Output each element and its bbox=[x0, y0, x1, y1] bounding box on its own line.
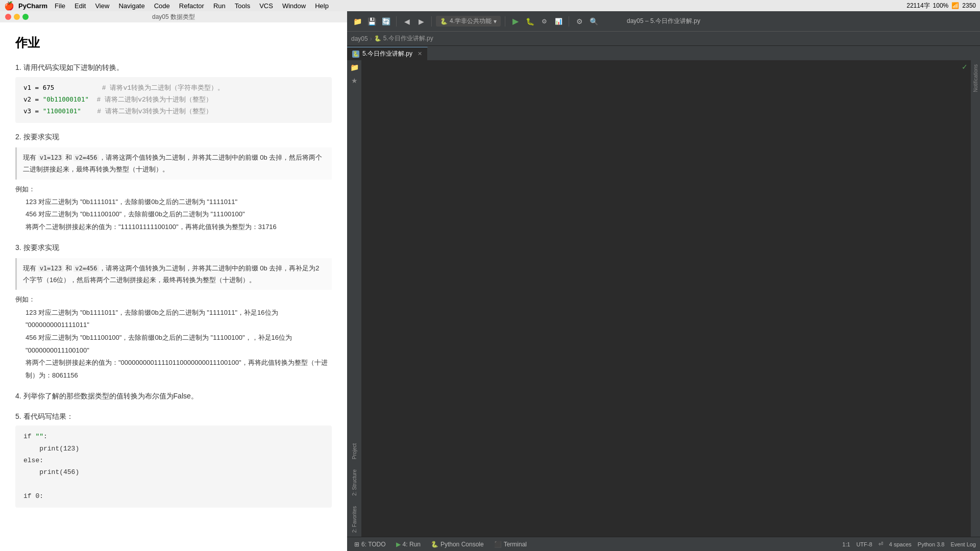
left-panel: day05 数据类型 作业 1. 请用代码实现如下进制的转换。 v1 = 675… bbox=[0, 11, 347, 551]
todo-icon: ⊞ bbox=[354, 541, 359, 548]
coverage-button[interactable]: ⚙ bbox=[538, 15, 550, 28]
green-checkmark: ✓ bbox=[962, 62, 968, 71]
menu-code[interactable]: Code bbox=[150, 2, 174, 10]
section-3-quote: 现有 v1=123 和 v2=456，请将这两个值转换为二进制，并将其二进制中的… bbox=[15, 258, 332, 290]
todo-tab[interactable]: ⊞ 6: TODO bbox=[351, 537, 389, 551]
config-chevron-icon: ▾ bbox=[494, 18, 497, 25]
doc-content[interactable]: 作业 1. 请用代码实现如下进制的转换。 v1 = 675 # 请将v1转换为二… bbox=[0, 22, 347, 551]
status-bar-right: 1:1 UTF-8 ⏎ 4 spaces Python 3.8 Event Lo… bbox=[842, 541, 976, 547]
section-2-example-1: 123 对应二进制为 "0b1111011"，去除前缀0b之后的二进制为 "11… bbox=[26, 196, 332, 209]
toolbar-sep-3 bbox=[505, 16, 505, 27]
python-version: Python 3.8 bbox=[918, 541, 945, 547]
breadcrumb-root[interactable]: day05 bbox=[351, 35, 368, 42]
apple-menu[interactable]: 🍎 bbox=[4, 1, 14, 11]
toolbar-sep-2 bbox=[431, 16, 432, 27]
python-console-icon: 🐍 bbox=[431, 541, 438, 548]
section-1: 1. 请用代码实现如下进制的转换。 v1 = 675 # 请将v1转换为二进制（… bbox=[15, 62, 332, 123]
run-tab[interactable]: ▶ 4: Run bbox=[393, 537, 424, 551]
menu-edit[interactable]: Edit bbox=[70, 2, 90, 10]
run-config[interactable]: 🐍 4.学非公共功能 ▾ bbox=[436, 16, 501, 27]
profile-button[interactable]: 📊 bbox=[552, 15, 565, 28]
menu-vcs[interactable]: VCS bbox=[255, 2, 277, 10]
breadcrumb-file[interactable]: 5.今日作业讲解.py bbox=[383, 34, 433, 43]
favorites-label[interactable]: 2: Favorites bbox=[352, 506, 357, 533]
menu-tools[interactable]: Tools bbox=[231, 2, 254, 10]
section-2-example-3: 将两个二进制拼接起来的值为："111101111100100"，再将此值转换为整… bbox=[26, 221, 332, 234]
app-menu[interactable]: PyCharm bbox=[18, 2, 47, 10]
encoding: UTF-8 bbox=[856, 541, 872, 547]
main-container: day05 数据类型 作业 1. 请用代码实现如下进制的转换。 v1 = 675… bbox=[0, 11, 980, 551]
project-label[interactable]: Project bbox=[352, 443, 357, 459]
terminal-tab[interactable]: ⬛ Terminal bbox=[491, 537, 530, 551]
forward-icon[interactable]: ▶ bbox=[415, 15, 427, 28]
back-icon[interactable]: ◀ bbox=[401, 15, 413, 28]
menu-window[interactable]: Window bbox=[278, 2, 310, 10]
window-title-center: day05 – 5.今日作业讲解.py bbox=[627, 17, 700, 26]
menu-file[interactable]: File bbox=[51, 2, 69, 10]
debug-button[interactable]: 🐛 bbox=[524, 15, 536, 28]
toolbar-sep-1 bbox=[396, 16, 397, 27]
ide-body: 📁 ★ Project 2: Structure 2: Favorites ✓ … bbox=[347, 60, 980, 537]
config-label: 4.学非公共功能 bbox=[450, 17, 492, 26]
run-icon: ▶ bbox=[396, 541, 401, 548]
section-5: 5. 看代码写结果： if "": print(123) else: print… bbox=[15, 411, 332, 508]
file-tab-close-button[interactable]: ✕ bbox=[418, 51, 422, 57]
section-2-num: 2. 按要求实现 bbox=[15, 131, 332, 143]
terminal-icon: ⬛ bbox=[494, 541, 502, 548]
ide-bottom-bar: ⊞ 6: TODO ▶ 4: Run 🐍 Python Console ⬛ Te… bbox=[347, 537, 980, 551]
brightness: 100% bbox=[933, 2, 949, 9]
section-5-num: 5. 看代码写结果： bbox=[15, 411, 332, 423]
menu-run[interactable]: Run bbox=[209, 2, 230, 10]
right-panel: 📁 💾 🔄 ◀ ▶ 🐍 4.学非公共功能 ▾ ▶ 🐛 ⚙ 📊 ⚙ 🔍 day05… bbox=[347, 11, 980, 551]
wifi-icon: 📶 bbox=[951, 2, 959, 9]
menu-navigate[interactable]: Navigate bbox=[114, 2, 149, 10]
section-3-num: 3. 按要求实现 bbox=[15, 242, 332, 254]
python-console-tab[interactable]: 🐍 Python Console bbox=[428, 537, 487, 551]
notifications-label[interactable]: Notifications bbox=[971, 62, 981, 94]
settings-icon[interactable]: ⚙ bbox=[573, 15, 585, 28]
structure-label[interactable]: 2: Structure bbox=[352, 469, 357, 496]
python-console-label: Python Console bbox=[440, 541, 484, 548]
breadcrumb-sep: › bbox=[370, 35, 372, 42]
project-icon[interactable]: 📁 bbox=[349, 62, 359, 72]
window-title: day05 数据类型 bbox=[152, 13, 195, 21]
section-2-example-2: 456 对应二进制为 "0b11100100"，去除前缀0b之后的二进制为 "1… bbox=[26, 208, 332, 221]
left-titlebar: day05 数据类型 bbox=[0, 11, 347, 22]
bookmark-icon[interactable]: ★ bbox=[349, 76, 359, 86]
file-tabs: 🐍 5.今日作业讲解.py ✕ bbox=[347, 46, 980, 60]
run-label: 4: Run bbox=[403, 541, 421, 548]
section-2-example-label: 例如： bbox=[15, 184, 332, 195]
mac-menubar: 🍎 PyCharm File Edit View Navigate Code R… bbox=[0, 0, 980, 11]
line-col: 1:1 bbox=[842, 541, 850, 547]
section-3-example-3: 将两个二进制拼接起来的值为："0000000001111011000000001… bbox=[26, 357, 332, 382]
run-button[interactable]: ▶ bbox=[509, 15, 522, 28]
indent-setting: 4 spaces bbox=[889, 541, 912, 547]
section-5-code: if "": print(123) else: print(456) if 0: bbox=[15, 425, 332, 507]
maximize-button[interactable] bbox=[22, 14, 29, 20]
ide-breadcrumb-row: day05 › 🐍 5.今日作业讲解.py bbox=[347, 32, 980, 46]
ide-left-gutter: 📁 ★ Project 2: Structure 2: Favorites bbox=[347, 60, 361, 537]
menu-help[interactable]: Help bbox=[311, 2, 333, 10]
event-log[interactable]: Event Log bbox=[950, 541, 976, 547]
editor-area[interactable]: ✓ bbox=[361, 60, 971, 537]
search-icon[interactable]: 🔍 bbox=[587, 15, 600, 28]
doc-title: 作业 bbox=[15, 33, 332, 54]
close-button[interactable] bbox=[5, 14, 11, 20]
ide-toolbar: 📁 💾 🔄 ◀ ▶ 🐍 4.学非公共功能 ▾ ▶ 🐛 ⚙ 📊 ⚙ 🔍 day05… bbox=[347, 11, 980, 32]
menu-view[interactable]: View bbox=[91, 2, 113, 10]
section-3-example-label: 例如： bbox=[15, 294, 332, 305]
file-tab-active[interactable]: 🐍 5.今日作业讲解.py ✕ bbox=[347, 47, 428, 60]
section-1-code: v1 = 675 # 请将v1转换为二进制（字符串类型）。 v2 = "0b11… bbox=[15, 77, 332, 123]
save-icon[interactable]: 💾 bbox=[365, 15, 378, 28]
section-3: 3. 按要求实现 现有 v1=123 和 v2=456，请将这两个值转换为二进制… bbox=[15, 242, 332, 382]
folder-icon[interactable]: 📁 bbox=[351, 15, 363, 28]
section-2-quote: 现有 v1=123 和 v2=456，请将这两个值转换为二进制，并将其二进制中的… bbox=[15, 147, 332, 180]
refresh-icon[interactable]: 🔄 bbox=[380, 15, 392, 28]
char-count: 22114字 bbox=[906, 2, 929, 10]
menu-refactor[interactable]: Refactor bbox=[175, 2, 208, 10]
clock: 2350 bbox=[962, 2, 976, 9]
minimize-button[interactable] bbox=[14, 14, 20, 20]
section-4: 4. 列举你了解的那些数据类型的值转换为布尔值为False。 bbox=[15, 390, 332, 403]
python-file-icon: 🐍 bbox=[352, 51, 359, 58]
ide-breadcrumb: day05 › 🐍 5.今日作业讲解.py bbox=[351, 34, 433, 43]
